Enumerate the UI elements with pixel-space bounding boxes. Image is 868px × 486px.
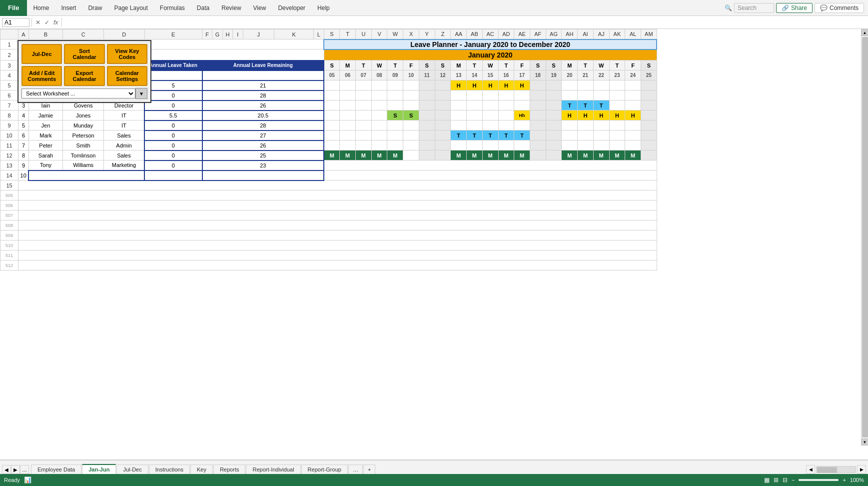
confirm-formula-icon[interactable]: ✓ [43,19,51,26]
r12c13-M[interactable]: M [451,150,467,160]
col-header-H[interactable]: H [222,30,232,40]
r5c17[interactable]: H [514,80,530,90]
r5c09[interactable] [387,80,403,90]
tab-jan-jun[interactable]: Jan-Jun [82,464,116,474]
col-header-L[interactable]: L [314,30,324,40]
tab-more-sheets[interactable]: … [348,464,363,474]
r5c11[interactable] [419,80,435,90]
r10c17-T[interactable]: T [514,130,530,140]
cell-reference[interactable] [2,18,29,27]
col-header-T1[interactable]: T [340,30,356,40]
r12c07-M[interactable]: M [356,150,372,160]
tab-data[interactable]: Data [191,0,215,16]
r5c25[interactable] [641,80,657,90]
col-header-S1[interactable]: S [324,30,340,40]
sheet-scroll-right[interactable]: ▶ [857,465,866,474]
tab-pagelayout[interactable]: Page Layout [108,0,153,16]
col-header-AJ[interactable]: AJ [593,30,609,40]
r5c13[interactable]: H [451,80,467,90]
col-header-B[interactable]: B [28,30,63,40]
layout-page-icon[interactable]: ⊞ [774,476,779,484]
file-tab[interactable]: File [0,0,27,16]
col-header-X[interactable]: X [403,30,419,40]
scroll-down-arrow[interactable]: ▼ [862,438,868,446]
jul-dec-button[interactable]: Jul-Dec [21,44,62,64]
col-header-Y[interactable]: Y [419,30,435,40]
col-header-I[interactable]: I [233,30,243,40]
formula-input[interactable] [64,19,866,26]
col-header-AG[interactable]: AG [546,30,562,40]
r8c10-S[interactable]: S [403,110,419,120]
r12c21-M[interactable]: M [578,150,594,160]
r5c19[interactable] [546,80,562,90]
comments-button[interactable]: 💬Comments [815,3,864,13]
r8c17-Hh[interactable]: Hh [514,110,530,120]
r8c09-S[interactable]: S [387,110,403,120]
r5c08[interactable] [371,80,387,90]
r12c16-M[interactable]: M [498,150,514,160]
col-header-Z[interactable]: Z [435,30,451,40]
add-sheet-button[interactable]: + [363,464,375,474]
search-input[interactable]: Search [734,3,774,13]
sheet-scroll-left[interactable]: ◀ [806,465,815,474]
zoom-in-icon[interactable]: + [843,477,846,483]
r5c06[interactable] [340,80,356,90]
r12c06-M[interactable]: M [340,150,356,160]
r8c23-H[interactable]: H [609,110,625,120]
tab-report-individual[interactable]: Report-Individual [246,464,300,474]
r5c24[interactable] [625,80,641,90]
scroll-up-arrow[interactable]: ▲ [862,29,868,36]
zoom-slider[interactable] [799,479,839,481]
r8c24-H[interactable]: H [625,110,641,120]
tab-insert[interactable]: Insert [55,0,82,16]
view-key-codes-button[interactable]: View Key Codes [107,44,147,64]
r5c05[interactable] [324,80,340,90]
r7c20-T[interactable]: T [562,100,578,110]
dropdown-arrow-icon[interactable]: ▼ [135,88,147,99]
col-header-AK[interactable]: AK [609,30,625,40]
tab-more-button[interactable]: … [20,465,29,474]
col-header-C[interactable]: C [63,30,104,40]
r5c22[interactable] [593,80,609,90]
col-header-D[interactable]: D [103,30,144,40]
scroll-thumb[interactable] [862,37,868,438]
r12c08-M[interactable]: M [371,150,387,160]
col-header-AL[interactable]: AL [625,30,641,40]
tab-instructions[interactable]: Instructions [149,464,190,474]
layout-normal-icon[interactable]: ▦ [764,476,770,484]
calendar-settings-button[interactable]: Calendar Settings [107,66,147,86]
r12c23-M[interactable]: M [609,150,625,160]
tab-reports[interactable]: Reports [213,464,246,474]
layout-break-icon[interactable]: ⊟ [783,476,788,484]
col-header-AA[interactable]: AA [451,30,467,40]
tab-draw[interactable]: Draw [82,0,108,16]
col-header-E[interactable]: E [144,30,202,40]
r12c14-M[interactable]: M [467,150,483,160]
r12c17-M[interactable]: M [514,150,530,160]
r8c20-H[interactable]: H [562,110,578,120]
col-header-AM[interactable]: AM [641,30,657,40]
tab-review[interactable]: Review [215,0,247,16]
sheet-scrollbar-track[interactable] [816,466,856,473]
r12c05-M[interactable]: M [324,150,340,160]
r5c23[interactable] [609,80,625,90]
col-header-W[interactable]: W [387,30,403,40]
col-header-AI[interactable]: AI [578,30,594,40]
col-header-G[interactable]: G [212,30,222,40]
r5c15[interactable]: H [482,80,498,90]
col-header-U[interactable]: U [356,30,372,40]
tab-help[interactable]: Help [311,0,336,16]
tab-view[interactable]: View [247,0,272,16]
col-header-AC[interactable]: AC [482,30,498,40]
zoom-out-icon[interactable]: − [792,477,795,483]
r5c21[interactable] [578,80,594,90]
col-header-J[interactable]: J [243,30,274,40]
r5c12[interactable] [435,80,451,90]
tab-formulas[interactable]: Formulas [154,0,191,16]
tab-jul-dec[interactable]: Jul-Dec [116,464,148,474]
r7c21-T[interactable]: T [578,100,594,110]
cancel-formula-icon[interactable]: ✕ [34,19,42,26]
col-header-AB[interactable]: AB [467,30,483,40]
r8c21-H[interactable]: H [578,110,594,120]
r5c20[interactable] [562,80,578,90]
